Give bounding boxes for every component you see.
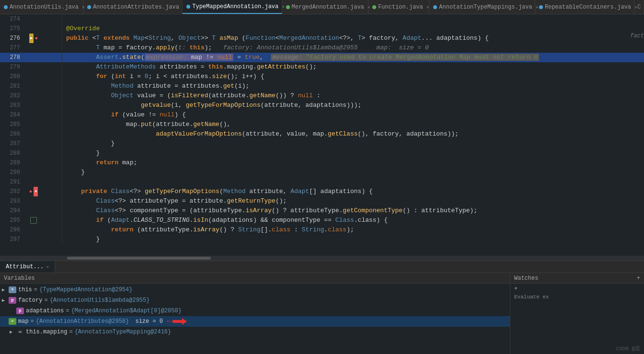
- tab-overflow[interactable]: C: [634, 0, 644, 14]
- line-number: 281: [0, 81, 24, 91]
- var-row-map[interactable]: ▶ ≡ map = {AnnotationAttributes@2958} si…: [0, 316, 510, 327]
- expand-icon-factory[interactable]: ▶: [2, 297, 9, 303]
- line-gutter: 295: [0, 216, 62, 225]
- var-name-thismapping: this.mapping: [26, 329, 67, 335]
- panel-tab-attribut[interactable]: Attribut... ✕: [0, 261, 55, 273]
- debug-icon: ♥: [34, 187, 38, 196]
- line-gutter: 286: [0, 129, 62, 139]
- tab-label: Function.java: [378, 4, 423, 11]
- line-gutter: 279: [0, 62, 62, 72]
- var-row-factory[interactable]: ▶ p factory = {AnnotationUtils$lambda@29…: [0, 295, 510, 306]
- line-number: 291: [0, 177, 24, 187]
- code-text: }: [62, 168, 644, 177]
- code-line-278: 278 Assert.state(expression: map != null…: [0, 53, 644, 62]
- code-line-290: 290 }: [0, 168, 644, 177]
- line-gutter: 293: [0, 196, 62, 206]
- line-gutter: 282: [0, 91, 62, 101]
- var-type-icon-factory: p: [9, 297, 16, 304]
- line-number: 293: [0, 196, 24, 206]
- scrollbar-thumb[interactable]: [67, 257, 211, 260]
- code-text: }: [62, 148, 644, 158]
- line-gutter: 290: [0, 168, 62, 177]
- line-icons: ▶ ●: [24, 34, 43, 43]
- code-text: if (Adapt.CLASS_TO_STRING.isIn(adaptatio…: [62, 216, 644, 225]
- watches-body: + Evaluate ex: [510, 284, 644, 354]
- tab-more-icon: C: [637, 4, 641, 11]
- tab-function[interactable]: Function.java ✕: [368, 0, 429, 14]
- code-text: Assert.state(expression: map != null = t…: [62, 53, 644, 62]
- line-gutter: 284: [0, 110, 62, 120]
- tab-annotationutils[interactable]: AnnotationUtils.java ✕: [0, 0, 83, 14]
- line-gutter: 278: [0, 53, 62, 62]
- var-row-this[interactable]: ▶ ≡ this = {TypeMappedAnnotation@2954}: [0, 285, 510, 295]
- close-icon[interactable]: ✕: [46, 264, 49, 270]
- tab-typemappedannotation[interactable]: TypeMappedAnnotation.java ✕: [183, 0, 282, 14]
- line-gutter: 281: [0, 81, 62, 91]
- tab-label: AnnotationTypeMappings.java: [439, 4, 532, 11]
- code-line-274: 274: [0, 14, 644, 24]
- code-text: map.put(attribute.getName(),: [62, 120, 644, 129]
- red-arrow-svg: [172, 318, 187, 325]
- generic-type: <T extends Map<String, Object>> T: [92, 34, 219, 42]
- code-text: }: [62, 139, 644, 148]
- horizontal-scrollbar[interactable]: [0, 256, 644, 261]
- code-line-291: 291: [0, 177, 644, 187]
- tab-annotationattributes[interactable]: AnnotationAttributes.java ✕: [83, 0, 183, 14]
- tab-mergedannotation[interactable]: MergedAnnotation.java ✕: [282, 0, 369, 14]
- line-gutter: 288: [0, 148, 62, 158]
- code-text: private Class<?> getTypeForMapOptions(Me…: [62, 187, 644, 196]
- tab-repeatablecontainers[interactable]: RepeatableContainers.java ✕: [535, 0, 634, 14]
- line-number: 295: [0, 216, 24, 225]
- add-watch-button[interactable]: +: [514, 285, 640, 292]
- code-text: @Override: [62, 24, 644, 34]
- var-eq: =: [31, 318, 34, 325]
- code-line-295: 295 if (Adapt.CLASS_TO_STRING.isIn(adapt…: [0, 216, 644, 225]
- panel-tab-bar: Attribut... ✕: [0, 261, 644, 273]
- close-icon[interactable]: ✕: [426, 4, 429, 10]
- code-line-296: 296 return (attributeType.isArray() ? St…: [0, 225, 644, 235]
- line-number: 288: [0, 148, 24, 158]
- fact-hint: fact: [630, 34, 644, 41]
- tab-label: RepeatableContainers.java: [545, 4, 631, 11]
- variable-list: ▶ ≡ this = {TypeMappedAnnotation@2954} ▶…: [0, 284, 510, 354]
- code-line-279: 279 AttributeMethods attributes = this.m…: [0, 62, 644, 72]
- line-number: 279: [0, 62, 24, 72]
- tab-annotationtypemappings[interactable]: AnnotationTypeMappings.java ✕: [429, 0, 535, 14]
- expand-icon-thismapping[interactable]: ▶: [10, 329, 16, 335]
- tab-dot: [433, 5, 437, 9]
- var-value-adaptations: {MergedAnnotation$Adapt[0]@2050}: [71, 308, 181, 314]
- code-line-282: 282 Object value = (isFiltered(attribute…: [0, 91, 644, 101]
- code-line-283: 283 getvalue(i, getTypeForMapOptions(att…: [0, 101, 644, 110]
- code-line-286: 286 adaptValueForMapOptions(attribute, v…: [0, 129, 644, 139]
- var-value-this: {TypeMappedAnnotation@2954}: [39, 286, 132, 293]
- line-number: 294: [0, 206, 24, 216]
- watches-header: Watches +: [510, 273, 644, 284]
- line-gutter: 296: [0, 225, 62, 235]
- code-line-289: 289 return map;: [0, 158, 644, 168]
- var-name-adaptations: adaptations: [26, 308, 64, 314]
- code-text: [62, 14, 644, 24]
- line-gutter: 275: [0, 24, 62, 34]
- expand-icon-map: ▶: [2, 319, 9, 324]
- var-name-this: this: [18, 286, 32, 293]
- tab-label: AnnotationAttributes.java: [93, 4, 179, 11]
- svg-marker-0: [172, 318, 187, 325]
- variables-panel-header: Variables: [0, 273, 510, 284]
- code-text: Object value = (isFiltered(attribute.get…: [62, 91, 644, 101]
- line-gutter: 276 ▶ ●: [0, 34, 62, 43]
- bottom-panel: Attribut... ✕ Variables ▶ ≡ this = {Type…: [0, 261, 644, 354]
- var-eq: =: [44, 297, 47, 304]
- watches-plus-icon[interactable]: +: [637, 275, 640, 282]
- var-row-thismapping[interactable]: ▶ ∞ this.mapping = {AnnotationTypeMappin…: [0, 327, 510, 337]
- var-row-adaptations[interactable]: ▶ p adaptations = {MergedAnnotation$Adap…: [0, 306, 510, 316]
- code-line-281: 281 Method attribute = attributes.get(i)…: [0, 81, 644, 91]
- var-type-icon-thismapping: ∞: [16, 329, 24, 335]
- code-line-277: 277 T map = factory.apply(t: this); fact…: [0, 43, 644, 53]
- var-eq: =: [66, 308, 69, 314]
- expand-icon-this[interactable]: ▶: [2, 287, 9, 293]
- line-gutter: 294: [0, 206, 62, 216]
- tab-label: AnnotationUtils.java: [10, 4, 79, 11]
- code-text: Method attribute = attributes.get(i);: [62, 81, 644, 91]
- line-gutter: 287: [0, 139, 62, 148]
- code-line-288: 288 }: [0, 148, 644, 158]
